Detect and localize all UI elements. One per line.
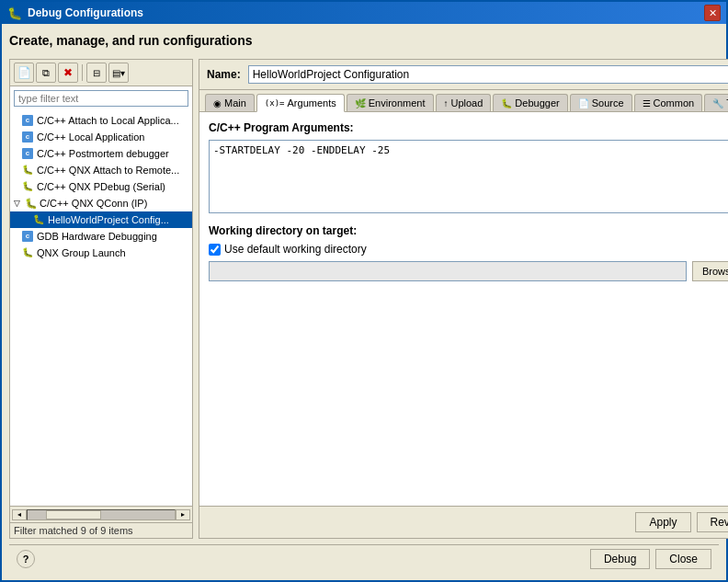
working-dir-section: Working directory on target: Use default… xyxy=(209,224,728,281)
bug-icon: 🐛 xyxy=(25,196,38,211)
tree-item-label: C/C++ Local Application xyxy=(37,130,144,144)
tree-item-qnx-group-launch[interactable]: 🐛 QNX Group Launch xyxy=(10,245,192,261)
c-icon: c xyxy=(21,131,34,143)
tree-item-label: C/C++ Postmortem debugger xyxy=(37,146,169,161)
tab-main-label: Main xyxy=(224,97,246,108)
left-toolbar: 📄 ⧉ ✖ ⊟ ▤▾ xyxy=(10,60,192,86)
config-tree: c C/C++ Attach to Local Applica... c C/C… xyxy=(10,110,192,506)
c-icon: c xyxy=(21,147,34,160)
program-args-wrapper: ▲ ▼ xyxy=(209,140,728,213)
close-button[interactable]: Close xyxy=(655,549,711,569)
close-window-button[interactable]: ✕ xyxy=(704,5,721,21)
tools-tab-icon: 🔧 xyxy=(712,98,723,108)
collapse-all-button[interactable]: ⊟ xyxy=(86,63,107,83)
name-row: Name: xyxy=(199,60,728,90)
use-default-checkbox[interactable] xyxy=(209,244,221,256)
tab-debugger-label: Debugger xyxy=(515,97,559,108)
tree-item-helloworld[interactable]: 🐛 HelloWorldProject Config... xyxy=(10,211,192,228)
source-tab-icon: 📄 xyxy=(578,98,589,108)
tree-item-postmortem[interactable]: c C/C++ Postmortem debugger xyxy=(10,145,192,162)
tabs-bar: ◉ Main (x)= Arguments 🌿 Environment ↑ Up… xyxy=(199,90,728,112)
use-default-row: Use default working directory xyxy=(209,243,728,256)
c-icon: c xyxy=(21,114,34,127)
tree-item-attach-local[interactable]: c C/C++ Attach to Local Applica... xyxy=(10,112,192,129)
tab-common-label: Common xyxy=(654,97,695,108)
bottom-bar: ? Debug Close xyxy=(9,544,719,573)
tab-arguments-label: Arguments xyxy=(288,97,336,108)
main-area: 📄 ⧉ ✖ ⊟ ▤▾ xyxy=(9,59,719,539)
tree-item-label: QNX Group Launch xyxy=(37,245,126,260)
arguments-tab-content: C/C++ Program Arguments: ▲ ▼ Working dir… xyxy=(199,112,728,506)
scroll-left-button[interactable]: ◂ xyxy=(12,509,27,520)
delete-icon: ✖ xyxy=(63,66,73,79)
collapse-icon: ⊟ xyxy=(93,68,100,78)
filter-input[interactable] xyxy=(14,90,188,107)
tab-debugger[interactable]: 🐛 Debugger xyxy=(493,94,567,111)
tree-group-label: C/C++ QNX QConn (IP) xyxy=(40,196,147,211)
tab-upload-label: Upload xyxy=(451,97,483,108)
c-icon: c xyxy=(21,230,34,243)
tab-tools[interactable]: 🔧 Tools xyxy=(704,94,728,111)
name-label: Name: xyxy=(207,68,241,81)
title-bar: 🐛 Debug Configurations ✕ xyxy=(2,2,726,24)
tab-main[interactable]: ◉ Main xyxy=(205,94,255,111)
tree-item-label: GDB Hardware Debugging xyxy=(37,229,157,244)
window-icon: 🐛 xyxy=(7,6,22,20)
use-default-label: Use default working directory xyxy=(224,243,367,256)
filter-button[interactable]: ▤▾ xyxy=(108,63,129,83)
apply-button[interactable]: Apply xyxy=(635,512,690,532)
duplicate-icon: ⧉ xyxy=(42,67,50,79)
new-icon: 📄 xyxy=(17,66,31,79)
upload-tab-icon: ↑ xyxy=(444,98,449,108)
main-tab-icon: ◉ xyxy=(213,98,222,108)
browse-button[interactable]: Browse... xyxy=(692,261,728,281)
apply-revert-bar: Apply Revert xyxy=(199,506,728,538)
tab-common[interactable]: ☰ Common xyxy=(634,94,703,111)
arguments-tab-icon: (x)= xyxy=(265,98,285,108)
working-dir-label: Working directory on target: xyxy=(209,224,728,237)
tree-item-gdb-hw[interactable]: c GDB Hardware Debugging xyxy=(10,228,192,245)
window-content: Create, manage, and run configurations 📄… xyxy=(2,24,726,580)
scrollbar-thumb[interactable] xyxy=(46,510,101,519)
tree-item-qnx-attach[interactable]: 🐛 C/C++ QNX Attach to Remote... xyxy=(10,162,192,178)
debug-button[interactable]: Debug xyxy=(590,549,650,569)
program-args-textarea[interactable] xyxy=(209,140,728,213)
tab-arguments[interactable]: (x)= Arguments xyxy=(256,94,345,112)
revert-button[interactable]: Revert xyxy=(697,512,728,532)
name-input[interactable] xyxy=(248,65,728,84)
tree-item-local-app[interactable]: c C/C++ Local Application xyxy=(10,129,192,145)
tab-environment[interactable]: 🌿 Environment xyxy=(347,94,434,111)
duplicate-config-button[interactable]: ⧉ xyxy=(36,63,56,83)
filter-status: Filter matched 9 of 9 items xyxy=(10,522,192,538)
common-tab-icon: ☰ xyxy=(643,98,651,108)
h-scrollbar[interactable] xyxy=(27,509,176,520)
bug-icon: 🐛 xyxy=(32,213,45,226)
environment-tab-icon: 🌿 xyxy=(355,98,366,108)
tree-toggle: ▽ xyxy=(14,196,23,211)
filter-icon: ▤▾ xyxy=(112,68,125,78)
window-title: Debug Configurations xyxy=(28,6,143,19)
dir-input-row: Browse... xyxy=(209,261,728,281)
help-button[interactable]: ? xyxy=(17,550,35,568)
tree-item-label: C/C++ QNX Attach to Remote... xyxy=(37,163,179,177)
bug-icon: 🐛 xyxy=(21,180,34,193)
new-config-button[interactable]: 📄 xyxy=(14,63,34,83)
program-args-label: C/C++ Program Arguments: xyxy=(209,121,728,134)
tree-group-qnx-qconn[interactable]: ▽ 🐛 C/C++ QNX QConn (IP) xyxy=(10,195,192,211)
tree-item-label: C/C++ QNX PDebug (Serial) xyxy=(37,179,165,194)
tab-source[interactable]: 📄 Source xyxy=(570,94,632,111)
toolbar-separator xyxy=(82,64,83,81)
tab-upload[interactable]: ↑ Upload xyxy=(436,94,492,111)
scroll-right-button[interactable]: ▸ xyxy=(176,509,190,520)
delete-config-button[interactable]: ✖ xyxy=(58,63,78,83)
right-panel: Name: ◉ Main (x)= Arguments 🌿 Env xyxy=(199,59,728,539)
working-dir-input[interactable] xyxy=(209,261,687,281)
tree-item-label: C/C++ Attach to Local Applica... xyxy=(37,113,179,128)
bug-icon: 🐛 xyxy=(21,246,34,259)
tab-environment-label: Environment xyxy=(369,97,426,108)
title-bar-left: 🐛 Debug Configurations xyxy=(7,6,143,20)
debug-configurations-window: 🐛 Debug Configurations ✕ Create, manage,… xyxy=(0,0,728,582)
tree-item-qnx-pdebug[interactable]: 🐛 C/C++ QNX PDebug (Serial) xyxy=(10,178,192,195)
page-title: Create, manage, and run configurations xyxy=(9,31,719,53)
debugger-tab-icon: 🐛 xyxy=(501,98,512,108)
